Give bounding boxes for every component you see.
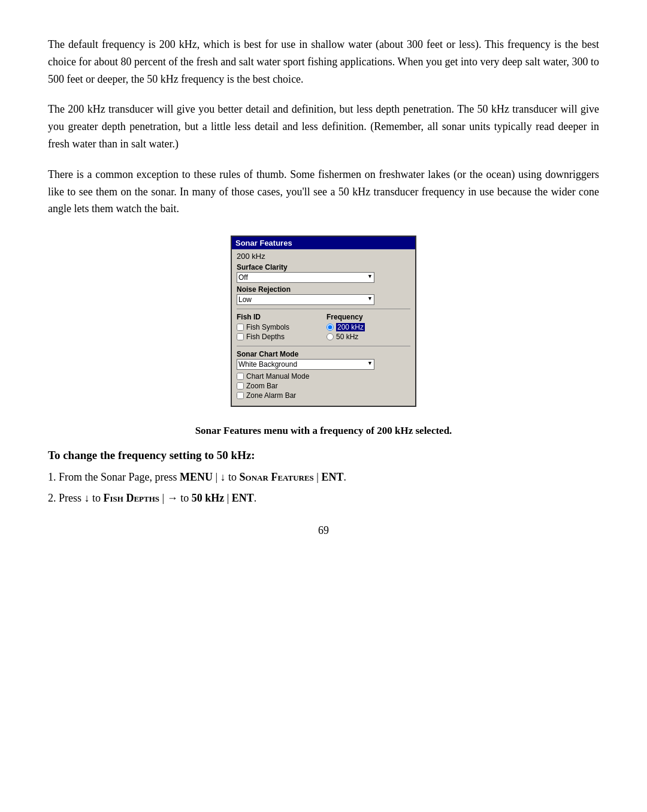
zone-alarm-bar-checkbox[interactable] bbox=[237, 392, 244, 399]
dialog-title: Sonar Features bbox=[232, 237, 415, 249]
freq-200-radio-row[interactable]: 200 kHz bbox=[326, 323, 410, 331]
dialog-container: Sonar Features 200 kHz Surface Clarity O… bbox=[48, 236, 599, 407]
surface-clarity-select[interactable]: Off bbox=[237, 272, 374, 283]
surface-clarity-select-row[interactable]: Off bbox=[237, 272, 410, 283]
zoom-bar-row[interactable]: Zoom Bar bbox=[237, 382, 410, 390]
chart-manual-mode-row[interactable]: Chart Manual Mode bbox=[237, 372, 410, 381]
zone-alarm-bar-label: Zone Alarm Bar bbox=[246, 391, 296, 400]
sonar-chart-section: Sonar Chart Mode White Background Chart … bbox=[237, 350, 410, 400]
surface-clarity-label: Surface Clarity bbox=[237, 263, 410, 271]
freq-200-radio[interactable] bbox=[326, 324, 334, 331]
frequency-col-label: Frequency bbox=[326, 313, 410, 321]
zoom-bar-label: Zoom Bar bbox=[246, 382, 278, 390]
paragraph-3: There is a common exception to these rul… bbox=[48, 166, 599, 218]
fish-symbols-checkbox[interactable] bbox=[237, 324, 244, 331]
freq-200-radio-label: 200 kHz bbox=[336, 323, 365, 331]
fish-symbols-label: Fish Symbols bbox=[246, 323, 289, 331]
fish-depths-row[interactable]: Fish Depths bbox=[237, 333, 321, 341]
page-number: 69 bbox=[48, 524, 599, 537]
instruction-2: 2. Press ↓ to Fish Depths | → to 50 kHz … bbox=[48, 490, 599, 506]
sonar-chart-select-row[interactable]: White Background bbox=[237, 359, 410, 370]
two-col-section: Fish ID Fish Symbols Fish Depths Frequen… bbox=[237, 313, 410, 342]
to-change-heading: To change the frequency setting to 50 kH… bbox=[48, 449, 599, 462]
instruction-2-text: Press ↓ to Fish Depths | → to 50 kHz | E… bbox=[59, 492, 256, 504]
paragraph-1: The default frequency is 200 kHz, which … bbox=[48, 36, 599, 87]
menu-bold: MENU bbox=[180, 471, 213, 483]
caption: Sonar Features menu with a frequency of … bbox=[48, 425, 599, 437]
instruction-list: 1. From the Sonar Page, press MENU | ↓ t… bbox=[48, 469, 599, 506]
fish-depths-checkbox[interactable] bbox=[237, 333, 244, 340]
ent-bold-1: ENT bbox=[321, 471, 343, 483]
sonar-chart-mode-label: Sonar Chart Mode bbox=[237, 350, 410, 358]
fish-symbols-row[interactable]: Fish Symbols bbox=[237, 323, 321, 331]
zoom-bar-checkbox[interactable] bbox=[237, 382, 244, 390]
sonar-features-smallcaps: Sonar Features bbox=[240, 471, 314, 483]
freq-50-radio-row[interactable]: 50 kHz bbox=[326, 333, 410, 341]
sonar-chart-select-wrapper[interactable]: White Background bbox=[237, 359, 374, 370]
fish-id-col: Fish ID Fish Symbols Fish Depths bbox=[237, 313, 321, 342]
zone-alarm-bar-row[interactable]: Zone Alarm Bar bbox=[237, 391, 410, 400]
noise-rejection-select-row[interactable]: Low bbox=[237, 294, 410, 305]
fish-depths-label: Fish Depths bbox=[246, 333, 285, 341]
dialog-body: 200 kHz Surface Clarity Off Noise Reject… bbox=[232, 249, 415, 406]
sonar-features-dialog: Sonar Features 200 kHz Surface Clarity O… bbox=[231, 236, 416, 407]
freq-200-row: 200 kHz bbox=[237, 252, 410, 261]
noise-rejection-select-wrapper[interactable]: Low bbox=[237, 294, 374, 305]
fish-depths-smallcaps: Fish Depths bbox=[104, 492, 160, 504]
divider-1 bbox=[237, 309, 410, 309]
instruction-1-text: From the Sonar Page, press MENU | ↓ to S… bbox=[59, 471, 346, 483]
surface-clarity-select-wrapper[interactable]: Off bbox=[237, 272, 374, 283]
paragraph-2: The 200 kHz transducer will give you bet… bbox=[48, 101, 599, 152]
chart-manual-mode-checkbox[interactable] bbox=[237, 373, 244, 380]
ent-bold-2: ENT bbox=[232, 492, 254, 504]
fish-id-col-label: Fish ID bbox=[237, 313, 321, 321]
50khz-bold: 50 kHz bbox=[192, 492, 225, 504]
noise-rejection-select[interactable]: Low bbox=[237, 294, 374, 305]
freq-50-radio-label: 50 kHz bbox=[336, 333, 358, 341]
freq-50-radio[interactable] bbox=[326, 333, 334, 340]
sonar-chart-select[interactable]: White Background bbox=[237, 359, 374, 370]
frequency-col: Frequency 200 kHz 50 kHz bbox=[326, 313, 410, 342]
freq-200-label: 200 kHz bbox=[237, 252, 265, 261]
noise-rejection-label: Noise Rejection bbox=[237, 285, 410, 294]
divider-2 bbox=[237, 346, 410, 346]
chart-manual-mode-label: Chart Manual Mode bbox=[246, 372, 309, 381]
instruction-2-number: 2. bbox=[48, 492, 59, 504]
instruction-1: 1. From the Sonar Page, press MENU | ↓ t… bbox=[48, 469, 599, 485]
instruction-1-number: 1. bbox=[48, 471, 59, 483]
